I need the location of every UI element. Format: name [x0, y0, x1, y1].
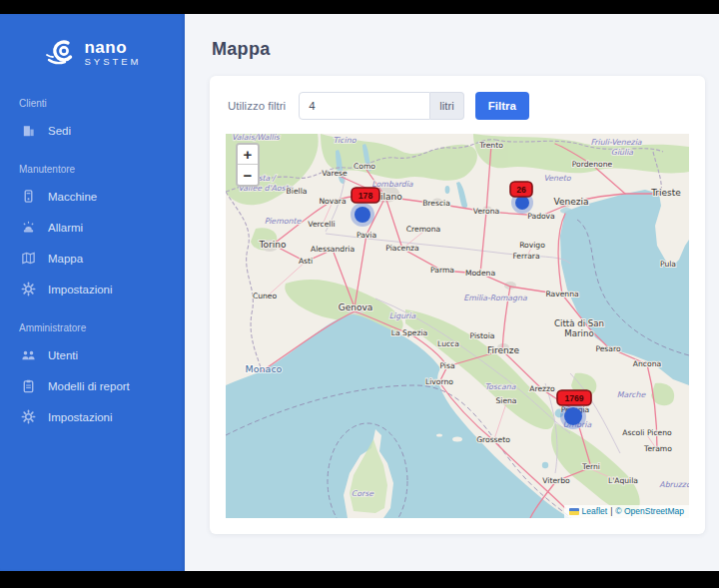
leaflet-link[interactable]: Leaflet: [582, 506, 608, 516]
filter-value-input[interactable]: [299, 92, 430, 120]
map-label: Ferrara: [512, 252, 539, 261]
filter-input-group: litri: [299, 92, 464, 120]
filtra-button[interactable]: Filtra: [475, 92, 529, 120]
wave-logo-icon: [43, 34, 77, 72]
map-zoom-control: + −: [236, 143, 260, 187]
svg-text:26: 26: [516, 185, 526, 195]
map-label: Città di San: [554, 318, 604, 328]
sidebar-item-impostazioni-amministratore[interactable]: Impostazioni: [0, 401, 185, 432]
map-label: Verona: [473, 207, 499, 216]
users-icon: [21, 347, 36, 362]
leaflet-map[interactable]: Valais/WallisTicinoTrentoFriuli-VeneziaG…: [226, 134, 689, 518]
map-label: Friuli-Venezia: [590, 138, 641, 147]
sidebar-item-utenti[interactable]: Utenti: [0, 339, 185, 370]
map-label: Ascoli Piceno: [622, 428, 672, 437]
map-icon: [21, 251, 36, 266]
map-label: Veneto: [543, 174, 571, 183]
sidebar-item-label: Macchine: [48, 191, 97, 203]
sidebar-item-allarmi[interactable]: Allarmi: [0, 212, 185, 243]
sidebar: nano SYSTEM Clienti Sedi Manutentore Mac…: [0, 14, 185, 571]
map-label: Emilia-Romagna: [463, 294, 527, 302]
attribution-separator: |: [610, 506, 612, 516]
map-label: Ravenna: [545, 290, 578, 298]
gear-icon: [21, 409, 36, 424]
filter-row: Utilizzo filtri litri Filtra: [226, 92, 689, 120]
map-label: Asti: [299, 257, 313, 266]
map-label: Ticino: [334, 136, 358, 145]
map-label: Parma: [430, 266, 454, 275]
map-attribution: Leaflet | © OpenStreetMap: [564, 505, 689, 518]
building-icon: [21, 123, 36, 138]
openstreetmap-link[interactable]: © OpenStreetMap: [615, 506, 684, 516]
map-label: Teramo: [643, 444, 672, 453]
map-label: Siena: [495, 396, 516, 405]
sidebar-item-label: Modelli di report: [48, 380, 130, 392]
sidebar-item-label: Mappa: [48, 253, 83, 265]
section-label-clienti: Clienti: [0, 98, 185, 109]
filter-label: Utilizzo filtri: [228, 100, 286, 112]
sidebar-item-label: Allarmi: [48, 222, 83, 234]
alarm-icon: [21, 220, 36, 235]
cluster-dot-icon: [355, 207, 370, 223]
sidebar-item-label: Sedi: [48, 125, 71, 137]
sidebar-item-label: Impostazioni: [48, 284, 113, 295]
map-label: Firenze: [487, 345, 519, 355]
map-label: Marino: [564, 328, 593, 338]
map-label: Liguria: [389, 311, 416, 320]
sidebar-item-impostazioni-manutentore[interactable]: Impostazioni: [0, 274, 185, 304]
map-label: Toscana: [484, 382, 515, 391]
report-icon: [21, 378, 36, 393]
filter-unit-addon: litri: [430, 92, 464, 120]
map-label: Genova: [339, 302, 373, 312]
map-label: Padova: [527, 212, 555, 221]
map-label: Pesaro: [595, 344, 621, 353]
screenshot-stage: nano SYSTEM Clienti Sedi Manutentore Mac…: [0, 0, 719, 588]
map-label: Venezia: [554, 197, 589, 207]
map-label: Modena: [465, 269, 495, 278]
map-label: Como: [354, 162, 375, 171]
sidebar-item-mappa[interactable]: Mappa: [0, 243, 185, 274]
map-label: Novara: [319, 197, 346, 206]
map-label: Torino: [259, 240, 287, 250]
sidebar-item-modelli-di-report[interactable]: Modelli di report: [0, 370, 185, 401]
section-label-manutentore: Manutentore: [0, 164, 185, 175]
map-label: Pula: [660, 260, 676, 269]
svg-text:1769: 1769: [564, 393, 583, 403]
svg-text:178: 178: [359, 191, 373, 201]
map-label: Marche: [617, 390, 647, 399]
map-label: Viterbo: [542, 476, 570, 485]
map-label: Grosseto: [476, 435, 510, 444]
map-label: Giulia: [611, 148, 633, 157]
map-label: Alessandria: [311, 245, 355, 254]
page-title: Mappa: [212, 39, 719, 60]
map-label: Rovigo: [519, 241, 545, 250]
cluster-vicenza[interactable]: 26: [510, 182, 533, 214]
map-label: La Spezia: [391, 328, 427, 337]
map-label: Abruzzo: [659, 480, 689, 489]
zoom-in-button[interactable]: +: [238, 145, 258, 165]
cluster-dot-icon: [515, 196, 529, 210]
brand-name: nano: [84, 39, 141, 56]
machine-icon: [21, 189, 36, 204]
map-label: Brescia: [422, 199, 450, 208]
map-label: Trento: [478, 141, 503, 150]
map-label: Corse: [352, 489, 374, 498]
map-label: Pordenone: [572, 160, 613, 169]
cluster-dot-icon: [564, 407, 582, 425]
map-label: Biella: [287, 187, 308, 196]
map-label: Lucca: [437, 339, 459, 348]
map-label: Cuneo: [253, 292, 278, 300]
sidebar-item-label: Impostazioni: [48, 411, 113, 423]
map-canvas[interactable]: Valais/WallisTicinoTrentoFriuli-VeneziaG…: [226, 134, 689, 518]
brand-logo[interactable]: nano SYSTEM: [0, 34, 185, 72]
sidebar-item-sedi[interactable]: Sedi: [0, 115, 185, 146]
map-label: Terni: [581, 462, 600, 471]
zoom-out-button[interactable]: −: [238, 165, 258, 185]
map-label: L'Aquila: [608, 476, 638, 485]
map-label: Arezzo: [529, 384, 555, 393]
sidebar-item-macchine[interactable]: Macchine: [0, 181, 185, 212]
map-label: Pavia: [357, 231, 376, 240]
map-label: Piemonte: [265, 217, 303, 226]
app-window: nano SYSTEM Clienti Sedi Manutentore Mac…: [0, 14, 719, 571]
map-label: Varese: [322, 169, 348, 178]
